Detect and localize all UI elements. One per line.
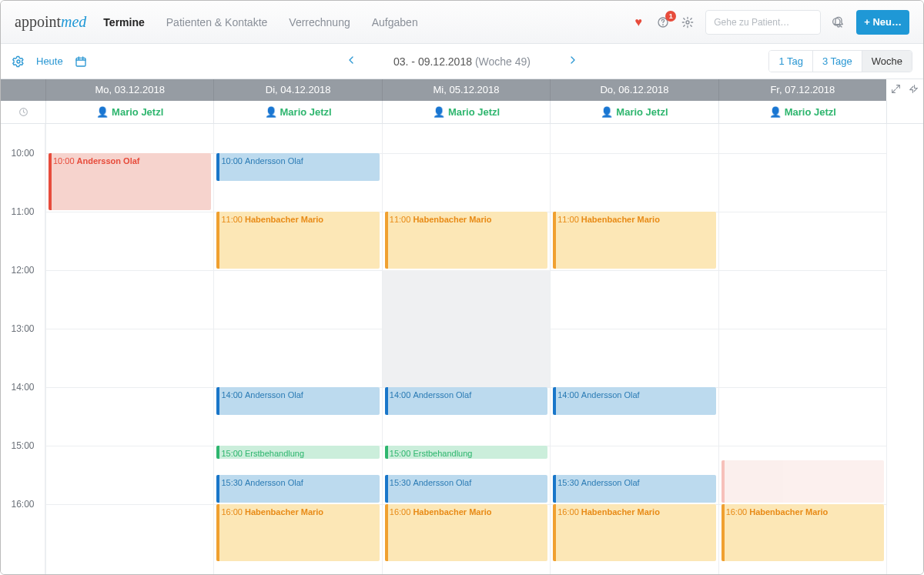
resource-cell-1[interactable]: 👤Mario Jetzl <box>213 101 381 123</box>
event-title: Andersson Olaf <box>581 390 640 399</box>
date-range: 03. - 09.12.2018 <box>393 55 472 68</box>
view-option-2[interactable]: Woche <box>862 51 912 72</box>
view-option-0[interactable]: 1 Tag <box>769 51 812 72</box>
hour-label-15: 15:00 <box>1 440 45 451</box>
calendar-event[interactable]: 16:00 Habenbacher Mario <box>721 504 884 561</box>
date-range-label: 03. - 09.12.2018 (Woche 49) <box>393 55 531 68</box>
event-time: 15:30 <box>221 478 245 487</box>
event-time: 15:00 <box>221 449 245 458</box>
day-columns[interactable]: 10:00 Andersson Olaf10:00 Andersson Olaf… <box>45 124 886 575</box>
event-title: Andersson Olaf <box>581 478 640 487</box>
calendar-event[interactable]: 16:00 Habenbacher Mario <box>216 504 379 561</box>
event-title: Habenbacher Mario <box>413 215 491 224</box>
event-title: Habenbacher Mario <box>245 215 323 224</box>
event-title: Erstbehandlung <box>245 449 304 458</box>
new-button[interactable]: + Neu… <box>856 10 909 35</box>
calendar-event[interactable]: 14:00 Andersson Olaf <box>553 387 715 415</box>
clock-icon <box>1 101 45 123</box>
day-column-4[interactable]: 16:00 Habenbacher Mario <box>718 124 886 575</box>
patient-search[interactable] <box>705 10 821 35</box>
nav-item-3[interactable]: Aufgaben <box>372 16 418 28</box>
day-column-0[interactable]: 10:00 Andersson Olaf <box>45 124 213 575</box>
search-input[interactable] <box>712 16 831 28</box>
event-title: Andersson Olaf <box>77 156 140 165</box>
event-time: 10:00 <box>221 156 245 165</box>
calendar-event[interactable]: 15:30 Andersson Olaf <box>553 475 715 503</box>
calendar-event[interactable]: 16:00 Habenbacher Mario <box>385 504 547 561</box>
heart-icon[interactable]: ♥ <box>631 15 645 29</box>
resource-cell-0[interactable]: 👤Mario Jetzl <box>45 101 213 123</box>
event-title: Habenbacher Mario <box>245 507 323 516</box>
event-time: 14:00 <box>557 390 581 399</box>
collapse-icon[interactable] <box>909 84 919 96</box>
calendar-event[interactable]: 15:30 Andersson Olaf <box>216 475 379 503</box>
logo-main: appoint <box>15 13 61 30</box>
calendar-event[interactable]: 11:00 Habenbacher Mario <box>553 212 715 269</box>
help-badge: 1 <box>665 11 676 22</box>
calendar-event[interactable]: 11:00 Habenbacher Mario <box>385 212 547 269</box>
gear-icon[interactable] <box>681 15 695 29</box>
unavailable-slot <box>383 270 550 387</box>
calendar-event[interactable]: 10:00 Andersson Olaf <box>49 153 211 210</box>
calendar-event[interactable]: 16:00 Habenbacher Mario <box>553 504 715 561</box>
resource-cell-2[interactable]: 👤Mario Jetzl <box>382 101 550 123</box>
event-time: 15:00 <box>390 449 413 458</box>
event-time: 15:30 <box>557 478 581 487</box>
event-title: Andersson Olaf <box>245 156 303 165</box>
expand-icon[interactable] <box>891 84 901 96</box>
hour-label-16: 16:00 <box>1 499 45 510</box>
day-header-row: Mo, 03.12.2018Di, 04.12.2018Mi, 05.12.20… <box>1 79 923 101</box>
day-header-0: Mo, 03.12.2018 <box>45 79 213 101</box>
event-title: Andersson Olaf <box>413 478 471 487</box>
svg-point-4 <box>17 60 20 63</box>
event-title: Erstbehandlung <box>413 449 472 458</box>
new-button-label: + Neu… <box>864 16 902 28</box>
help-icon[interactable]: 1 <box>656 15 670 29</box>
svg-point-1 <box>663 25 664 25</box>
calendar-event[interactable]: 10:00 Andersson Olaf <box>216 153 379 181</box>
calendar-event[interactable]: 11:00 Habenbacher Mario <box>216 212 379 269</box>
calendar-event[interactable]: 15:00 Erstbehandlung <box>216 446 379 459</box>
event-title: Habenbacher Mario <box>581 507 660 516</box>
next-week-button[interactable] <box>561 54 584 69</box>
nav-item-2[interactable]: Verrechnung <box>289 16 350 28</box>
logo-accent: med <box>61 13 86 30</box>
resource-cell-4[interactable]: 👤Mario Jetzl <box>718 101 886 123</box>
today-button[interactable]: Heute <box>36 55 63 67</box>
event-title: Habenbacher Mario <box>581 215 660 224</box>
event-time: 11:00 <box>557 215 581 224</box>
prev-week-button[interactable] <box>340 54 363 69</box>
event-time: 15:30 <box>390 478 413 487</box>
event-time: 14:00 <box>390 390 413 399</box>
expand-controls <box>886 79 923 101</box>
time-gutter: 10:0011:0012:0013:0014:0015:0016:00 <box>1 124 45 575</box>
calendar-grid: 10:0011:0012:0013:0014:0015:0016:00 10:0… <box>1 124 923 575</box>
bell-icon[interactable] <box>832 15 845 29</box>
settings-cog-icon[interactable] <box>12 55 25 69</box>
nav-item-1[interactable]: Patienten & Kontakte <box>166 16 268 28</box>
event-time: 14:00 <box>221 390 245 399</box>
calendar-icon[interactable] <box>74 55 88 69</box>
nav-item-0[interactable]: Termine <box>103 16 144 28</box>
calendar-event[interactable]: 15:00 Erstbehandlung <box>385 446 547 459</box>
calendar-event[interactable]: 14:00 Andersson Olaf <box>216 387 379 415</box>
hour-label-11: 11:00 <box>1 206 45 217</box>
day-column-1[interactable]: 10:00 Andersson Olaf11:00 Habenbacher Ma… <box>213 124 381 575</box>
calendar-event[interactable]: 14:00 Andersson Olaf <box>385 387 547 415</box>
svg-point-2 <box>686 21 689 24</box>
calendar-toolbar: Heute 03. - 09.12.2018 (Woche 49) 1 Tag3… <box>1 44 923 79</box>
svg-rect-5 <box>76 58 85 66</box>
event-time: 10:00 <box>53 156 77 165</box>
view-option-1[interactable]: 3 Tage <box>812 51 862 72</box>
day-header-1: Di, 04.12.2018 <box>213 79 381 101</box>
event-time: 16:00 <box>726 507 750 516</box>
calendar-event[interactable] <box>721 460 884 503</box>
week-number: (Woche 49) <box>475 55 531 68</box>
event-title: Andersson Olaf <box>245 390 303 399</box>
event-time: 16:00 <box>557 507 581 516</box>
day-column-3[interactable]: 11:00 Habenbacher Mario14:00 Andersson O… <box>550 124 718 575</box>
resource-cell-3[interactable]: 👤Mario Jetzl <box>550 101 718 123</box>
event-title: Andersson Olaf <box>413 390 471 399</box>
day-column-2[interactable]: 11:00 Habenbacher Mario14:00 Andersson O… <box>382 124 550 575</box>
calendar-event[interactable]: 15:30 Andersson Olaf <box>385 475 547 503</box>
